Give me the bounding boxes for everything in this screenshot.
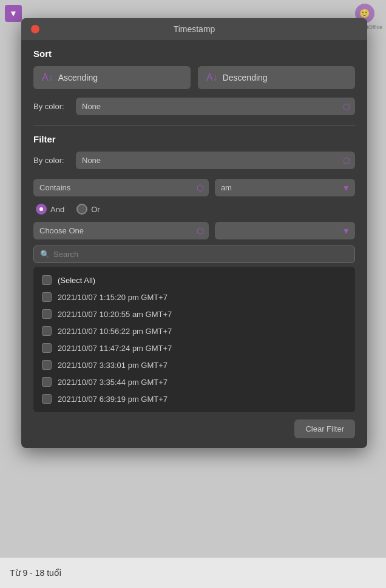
filter-icon: ▼ (9, 8, 18, 18)
clear-filter-button[interactable]: Clear Filter (294, 419, 355, 438)
list-item-text: 2021/10/07 6:39:19 pm GMT+7 (58, 395, 168, 404)
list-item-text: 2021/10/07 10:20:55 am GMT+7 (58, 310, 172, 319)
filter-section-label: Filter (33, 134, 355, 144)
choose-select-wrapper: Choose One Is Is not ⬡ (33, 222, 209, 239)
list-item[interactable]: 2021/10/07 3:33:01 pm GMT+7 (33, 356, 355, 373)
value-select[interactable]: am pm (215, 179, 355, 196)
list-item-text: 2021/10/07 1:15:20 pm GMT+7 (58, 293, 168, 302)
choose-value-select-wrapper: ▼ (215, 222, 355, 239)
filter-color-select[interactable]: None Red Blue Green (76, 152, 355, 169)
search-icon: 🔍 (40, 250, 50, 259)
ascending-icon: A↓ (42, 72, 53, 83)
list-item[interactable]: 2021/10/07 1:15:20 pm GMT+7 (33, 289, 355, 306)
title-bar: Timestamp (21, 18, 367, 40)
filter-color-label: By color: (33, 156, 70, 165)
sort-section-label: Sort (33, 48, 355, 59)
list-item[interactable]: 2021/10/07 10:56:22 pm GMT+7 (33, 322, 355, 339)
list-item-checkbox[interactable] (42, 292, 52, 302)
choose-select[interactable]: Choose One Is Is not (33, 222, 209, 239)
popup-panel: Timestamp Sort A↓ Ascending A↓ Descendin… (21, 18, 367, 448)
filter-color-select-wrapper: None Red Blue Green ⬡ (76, 152, 355, 169)
choose-value-select[interactable] (215, 222, 355, 239)
close-button[interactable] (31, 25, 39, 33)
list-item-text: 2021/10/07 3:33:01 pm GMT+7 (58, 361, 168, 370)
ascending-button[interactable]: A↓ Ascending (33, 66, 191, 89)
popup-body: Sort A↓ Ascending A↓ Descending By color… (21, 40, 367, 412)
or-option[interactable]: Or (76, 204, 100, 215)
and-or-row: And Or (33, 204, 355, 215)
sort-color-label: By color: (33, 102, 70, 111)
list-item-text: 2021/10/07 11:47:24 pm GMT+7 (58, 344, 172, 353)
list-item-checkbox[interactable] (42, 360, 52, 370)
condition-select[interactable]: Contains Does not contain Starts with En… (33, 179, 209, 196)
filter-icon-box[interactable]: ▼ (5, 5, 22, 22)
condition-select-wrapper: Contains Does not contain Starts with En… (33, 179, 209, 196)
list-item-text: 2021/10/07 3:35:44 pm GMT+7 (58, 378, 168, 387)
divider (33, 125, 355, 125)
descending-label: Descending (223, 73, 268, 82)
sort-color-select[interactable]: None Red Blue Green (76, 98, 355, 115)
sort-color-row: By color: None Red Blue Green ⬡ (33, 98, 355, 115)
search-input[interactable] (53, 250, 348, 259)
list-item-checkbox[interactable] (42, 309, 52, 319)
bottom-strip: Từ 9 - 18 tuổi (0, 558, 386, 588)
or-label: Or (91, 205, 100, 214)
sort-row: A↓ Ascending A↓ Descending (33, 66, 355, 89)
list-item[interactable]: (Select All) (33, 272, 355, 289)
list-item[interactable]: 2021/10/07 11:47:24 pm GMT+7 (33, 339, 355, 356)
bottom-text: Từ 9 - 18 tuổi (10, 568, 61, 578)
popup-title: Timestamp (174, 24, 215, 34)
filter-condition-row: Contains Does not contain Starts with En… (33, 179, 355, 196)
sort-color-select-wrapper: None Red Blue Green ⬡ (76, 98, 355, 115)
list-item-text: 2021/10/07 10:56:22 pm GMT+7 (58, 327, 172, 336)
and-option[interactable]: And (36, 204, 64, 215)
value-select-wrapper: am pm ▼ (215, 179, 355, 196)
choose-row: Choose One Is Is not ⬡ ▼ (33, 222, 355, 239)
list-item-checkbox[interactable] (42, 275, 52, 285)
or-radio[interactable] (76, 204, 87, 215)
search-box: 🔍 (33, 246, 355, 263)
and-radio[interactable] (36, 204, 47, 215)
descending-button[interactable]: A↓ Descending (198, 66, 355, 89)
and-label: And (50, 205, 64, 214)
descending-icon: A↓ (206, 72, 218, 83)
bottom-row: Clear Filter (21, 412, 367, 438)
list-item[interactable]: 2021/10/07 6:39:19 pm GMT+7 (33, 390, 355, 407)
list-item[interactable]: 2021/10/07 10:20:55 am GMT+7 (33, 306, 355, 322)
list-area[interactable]: (Select All)2021/10/07 1:15:20 pm GMT+72… (33, 267, 355, 412)
list-item[interactable]: 2021/10/07 3:35:44 pm GMT+7 (33, 373, 355, 390)
list-item-text: (Select All) (58, 276, 95, 285)
list-item-checkbox[interactable] (42, 343, 52, 353)
list-item-checkbox[interactable] (42, 377, 52, 387)
ascending-label: Ascending (58, 73, 98, 82)
filter-color-row: By color: None Red Blue Green ⬡ (33, 152, 355, 169)
list-item-checkbox[interactable] (42, 326, 52, 336)
list-item-checkbox[interactable] (42, 394, 52, 404)
